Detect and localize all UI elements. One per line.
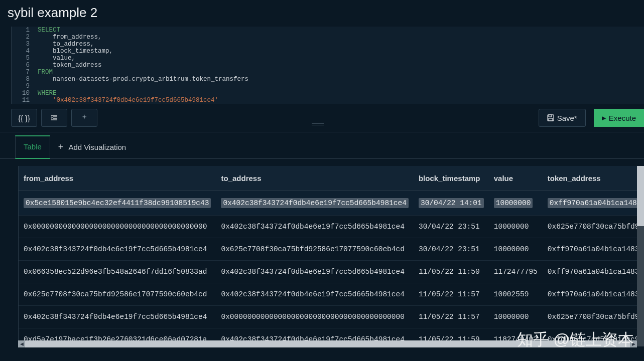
line-number: 4 — [12, 48, 35, 55]
table-row[interactable]: 0x00000000000000000000000000000000000000… — [19, 216, 644, 238]
magic-button[interactable] — [71, 109, 97, 127]
vertical-scrollbar[interactable] — [637, 166, 644, 346]
plus-icon: + — [58, 142, 64, 152]
table-row[interactable]: 0x402c38f343724f0db4e6e19f7cc5d665b4981c… — [19, 306, 644, 328]
cell-block_timestamp[interactable]: 30/04/22 14:01 — [414, 191, 489, 216]
sparkle-icon — [81, 114, 88, 121]
line-number: 11 — [12, 97, 35, 104]
code-line[interactable]: SELECT — [35, 27, 60, 34]
cell-value[interactable]: 10002559 — [489, 283, 543, 306]
code-line[interactable]: FROM — [35, 69, 53, 76]
save-label: Save* — [557, 114, 577, 122]
indent-icon — [50, 114, 58, 121]
code-line[interactable]: to_address, — [35, 41, 94, 48]
execute-button[interactable]: ▶ Execute — [594, 109, 644, 127]
cell-value[interactable]: 10000000 — [489, 238, 543, 261]
cell-value[interactable]: 10000000 — [489, 216, 543, 238]
table-row[interactable]: 0x5ce158015e9bc4ec32ef4411f38dc99108519c… — [19, 191, 644, 216]
code-line[interactable]: '0x402c38f343724f0db4e6e19f7cc5d665b4981… — [35, 97, 218, 104]
column-header[interactable]: block_timestamp — [414, 166, 489, 191]
code-line[interactable]: value, — [35, 55, 75, 62]
cell-token_address[interactable]: 0xff970a61a04b1ca14834a43f5de4 — [543, 261, 644, 283]
cell-from_address[interactable]: 0x00000000000000000000000000000000000000… — [19, 216, 216, 238]
line-number: 1 — [12, 27, 35, 34]
cell-to_address[interactable]: 0x402c38f343724f0db4e6e19f7cc5d665b4981c… — [216, 216, 413, 238]
table-row[interactable]: 0x625e7708f30ca75bfd92586e17077590c60eb4… — [19, 283, 644, 306]
line-number: 10 — [12, 90, 35, 97]
cell-block_timestamp[interactable]: 11/05/22 11:57 — [414, 306, 489, 328]
cell-block_timestamp[interactable]: 11/05/22 11:57 — [414, 283, 489, 306]
toolbar: {{ }} Save* ▶ Execute — [0, 104, 644, 132]
code-line[interactable]: from_address, — [35, 34, 102, 41]
save-button[interactable]: Save* — [539, 109, 586, 127]
line-number: 2 — [12, 34, 35, 41]
save-icon — [547, 114, 554, 121]
page-title: sybil example 2 — [0, 0, 644, 27]
cell-to_address[interactable]: 0x402c38f343724f0db4e6e19f7cc5d665b4981c… — [216, 261, 413, 283]
code-line[interactable]: nansen-datasets-prod.crypto_arbitrum.tok… — [35, 76, 248, 83]
svg-rect-6 — [549, 118, 553, 121]
line-number: 6 — [12, 62, 35, 69]
column-header[interactable]: token_address — [543, 166, 644, 191]
results-table: from_addressto_addressblock_timestampval… — [19, 166, 644, 346]
code-line[interactable]: block_timestamp, — [35, 48, 113, 55]
line-number: 9 — [12, 83, 35, 90]
scroll-right-icon[interactable]: ▶ — [630, 340, 637, 347]
horizontal-scrollbar[interactable]: ◀ ▶ — [18, 340, 637, 347]
scroll-left-icon[interactable]: ◀ — [18, 340, 25, 347]
cell-token_address[interactable]: 0xff970a61a04b1ca14834a43f5de4 — [543, 283, 644, 306]
code-line[interactable]: WHERE — [35, 90, 57, 97]
drag-handle[interactable] — [312, 123, 324, 125]
tab-table[interactable]: Table — [15, 135, 50, 159]
cell-token_address[interactable]: 0x625e7708f30ca75bfd92586e1707 — [543, 306, 644, 328]
column-header[interactable]: from_address — [19, 166, 216, 191]
tabs: Table + Add Visualization — [0, 135, 644, 159]
add-viz-label: Add Visualization — [68, 143, 126, 151]
cell-from_address[interactable]: 0x625e7708f30ca75bfd92586e17077590c60eb4… — [19, 283, 216, 306]
svg-rect-5 — [549, 115, 552, 117]
column-header[interactable]: value — [489, 166, 543, 191]
cell-block_timestamp[interactable]: 11/05/22 11:50 — [414, 261, 489, 283]
format-button[interactable] — [41, 109, 67, 127]
cell-from_address[interactable]: 0x402c38f343724f0db4e6e19f7cc5d665b4981c… — [19, 306, 216, 328]
results: from_addressto_addressblock_timestampval… — [18, 166, 644, 351]
cell-block_timestamp[interactable]: 30/04/22 23:51 — [414, 238, 489, 261]
cell-value[interactable]: 1172477795 — [489, 261, 543, 283]
cell-from_address[interactable]: 0x5ce158015e9bc4ec32ef4411f38dc99108519c… — [19, 191, 216, 216]
code-line[interactable]: token_address — [35, 62, 102, 69]
cell-token_address[interactable]: 0x625e7708f30ca75bfd92586e1707 — [543, 216, 644, 238]
cell-to_address[interactable]: 0x625e7708f30ca75bfd92586e17077590c60eb4… — [216, 238, 413, 261]
line-number: 3 — [12, 41, 35, 48]
cell-value[interactable]: 10000000 — [489, 191, 543, 216]
line-number: 8 — [12, 76, 35, 83]
execute-label: Execute — [609, 114, 636, 122]
cell-to_address[interactable]: 0x402c38f343724f0db4e6e19f7cc5d665b4981c… — [216, 283, 413, 306]
table-row[interactable]: 0x402c38f343724f0db4e6e19f7cc5d665b4981c… — [19, 238, 644, 261]
cell-from_address[interactable]: 0x066358ec522d96e3fb548a2646f7dd16f50833… — [19, 261, 216, 283]
line-number: 5 — [12, 55, 35, 62]
cell-from_address[interactable]: 0x402c38f343724f0db4e6e19f7cc5d665b4981c… — [19, 238, 216, 261]
line-number: 7 — [12, 69, 35, 76]
cell-to_address[interactable]: 0x00000000000000000000000000000000000000… — [216, 306, 413, 328]
cell-to_address[interactable]: 0x402c38f343724f0db4e6e19f7cc5d665b4981c… — [216, 191, 413, 216]
params-button[interactable]: {{ }} — [11, 109, 37, 127]
play-icon: ▶ — [602, 115, 606, 121]
cell-token_address[interactable]: 0xff970a61a04b1ca14834a43f5de4 — [543, 191, 644, 216]
add-visualization-button[interactable]: + Add Visualization — [50, 136, 134, 158]
cell-token_address[interactable]: 0xff970a61a04b1ca14834a43f5de4 — [543, 238, 644, 261]
cell-block_timestamp[interactable]: 30/04/22 23:51 — [414, 216, 489, 238]
column-header[interactable]: to_address — [216, 166, 413, 191]
sql-editor[interactable]: 1SELECT2 from_address,3 to_address,4 blo… — [11, 27, 644, 104]
cell-value[interactable]: 10000000 — [489, 306, 543, 328]
table-row[interactable]: 0x066358ec522d96e3fb548a2646f7dd16f50833… — [19, 261, 644, 283]
